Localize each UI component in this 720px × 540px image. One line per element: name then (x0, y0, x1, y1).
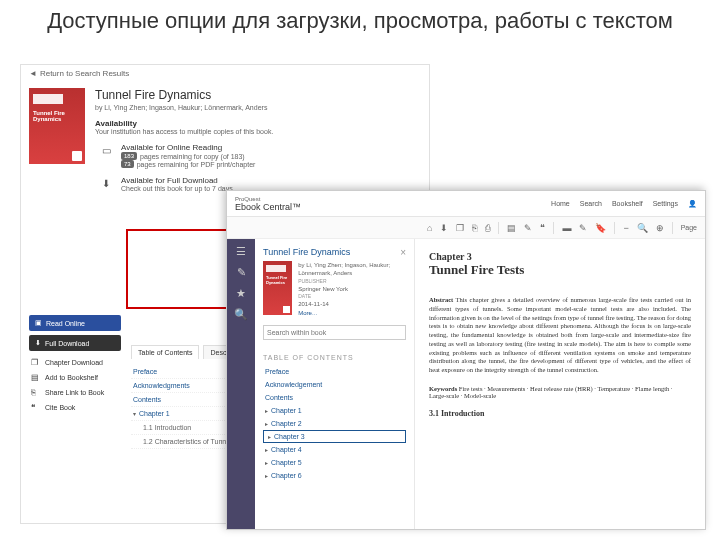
search-within-input[interactable] (263, 325, 406, 340)
add-bookshelf-link[interactable]: ▤Add to Bookshelf (29, 370, 121, 385)
zoom-fit-icon[interactable]: ⊕ (656, 223, 664, 233)
chevron-right-icon: ▸ (265, 473, 268, 479)
search-icon[interactable]: 🔍 (234, 308, 248, 321)
home-icon[interactable]: ⌂ (427, 223, 432, 233)
read-online-button[interactable]: ▣Read Online (29, 315, 121, 331)
copy-badge: 183 (121, 152, 137, 160)
chevron-right-icon: ▸ (265, 408, 268, 414)
nav-settings[interactable]: Settings (653, 200, 678, 208)
panel-toc-ch4[interactable]: ▸Chapter 4 (263, 443, 406, 456)
share-link[interactable]: ⎘Share Link to Book (29, 385, 121, 400)
zoom-in-icon[interactable]: 🔍 (637, 223, 648, 233)
book-cover: Tunnel Fire Dynamics (29, 88, 85, 164)
reader-page: Chapter 3 Tunnel Fire Tests Abstract Thi… (415, 239, 705, 529)
panel-toc-ch6[interactable]: ▸Chapter 6 (263, 469, 406, 482)
share-icon[interactable]: ✎ (524, 223, 532, 233)
cite-icon: ❝ (31, 403, 41, 412)
availability-sub: Your institution has access to multiple … (95, 128, 421, 135)
print-icon[interactable]: ⎙ (485, 223, 490, 233)
reader-left-panel: × Tunnel Fire Dynamics Tunnel FireDynami… (255, 239, 415, 529)
slide-title: Доступные опции для загрузки, просмотра,… (0, 0, 720, 38)
folder-icon: ▤ (31, 373, 41, 382)
chapter-title: Tunnel Fire Tests (429, 262, 691, 278)
bookmark-icon[interactable]: 🔖 (595, 223, 606, 233)
panel-toc-ch3[interactable]: ▸Chapter 3 (263, 430, 406, 443)
chapter-number: Chapter 3 (429, 251, 691, 262)
avail-online-title: Available for Online Reading (121, 143, 255, 152)
print-badge: 73 (121, 160, 134, 168)
reader-window: ProQuest Ebook Central™ Home Search Book… (226, 190, 706, 530)
close-icon[interactable]: × (400, 247, 406, 258)
bookmarks-icon[interactable]: ★ (236, 287, 246, 300)
keywords: Keywords Fire tests · Measurements · Hea… (429, 385, 691, 399)
panel-toc-ch1[interactable]: ▸Chapter 1 (263, 404, 406, 417)
download-icon: ⬇ (99, 176, 113, 190)
chevron-down-icon: ▾ (133, 411, 136, 417)
availability-heading: Availability (95, 119, 421, 128)
zoom-out-icon[interactable]: − (623, 223, 628, 233)
page-label: Page (681, 224, 697, 231)
book-authors: by Li, Ying Zhen; Ingason, Haukur; Lönne… (95, 104, 421, 111)
panel-toc-ch5[interactable]: ▸Chapter 5 (263, 456, 406, 469)
copy-icon[interactable]: ⎘ (472, 223, 477, 233)
full-download-button[interactable]: ⬇Full Download (29, 335, 121, 351)
chevron-right-icon: ▸ (265, 460, 268, 466)
panel-toc-ch2[interactable]: ▸Chapter 2 (263, 417, 406, 430)
reader-toolbar: ⌂ ⬇ ❐ ⎘ ⎙ ▤ ✎ ❝ ▬ ✎ 🔖 − 🔍 ⊕ Page (227, 217, 705, 239)
panel-toc-preface[interactable]: Preface (263, 365, 406, 378)
abstract: Abstract This chapter gives a detailed o… (429, 296, 691, 375)
nav-search[interactable]: Search (580, 200, 602, 208)
panel-book-title[interactable]: Tunnel Fire Dynamics (263, 247, 406, 257)
panel-cover: Tunnel FireDynamics (263, 261, 292, 315)
avail-download-title: Available for Full Download (121, 176, 233, 185)
chapter-download-link[interactable]: ❐Chapter Download (29, 355, 121, 370)
chevron-right-icon: ▸ (268, 434, 271, 440)
cite-icon[interactable]: ❝ (540, 223, 545, 233)
return-link[interactable]: ◄Return to Search Results (21, 65, 429, 82)
panel-toc-contents[interactable]: Contents (263, 391, 406, 404)
download-icon[interactable]: ⬇ (440, 223, 448, 233)
note-icon[interactable]: ✎ (579, 223, 587, 233)
nav-home[interactable]: Home (551, 200, 570, 208)
pdf-icon: ❐ (31, 358, 41, 367)
tab-toc[interactable]: Table of Contents (131, 345, 199, 359)
reader-header: ProQuest Ebook Central™ Home Search Book… (227, 191, 705, 217)
panel-meta: by Li, Ying Zhen; Ingason, Haukur; Lönne… (298, 261, 406, 317)
book-title: Tunnel Fire Dynamics (95, 88, 421, 102)
brand: ProQuest Ebook Central™ (235, 196, 301, 212)
more-link[interactable]: More… (298, 309, 406, 317)
book-icon: ▣ (35, 319, 42, 327)
book-open-icon: ▭ (99, 143, 113, 157)
share-icon: ⎘ (31, 388, 41, 397)
section-heading: 3.1 Introduction (429, 409, 691, 418)
arrow-left-icon: ◄ (29, 69, 37, 78)
bookshelf-icon[interactable]: ▤ (507, 223, 516, 233)
panel-toc-ack[interactable]: Acknowledgement (263, 378, 406, 391)
reader-sidebar-strip: ☰ ✎ ★ 🔍 (227, 239, 255, 529)
nav-bookshelf[interactable]: Bookshelf (612, 200, 643, 208)
nav-user-icon[interactable]: 👤 (688, 200, 697, 208)
highlight-icon[interactable]: ▬ (562, 223, 571, 233)
download-icon: ⬇ (35, 339, 41, 347)
notes-icon[interactable]: ✎ (237, 266, 246, 279)
cite-link[interactable]: ❝Cite Book (29, 400, 121, 415)
chevron-right-icon: ▸ (265, 447, 268, 453)
chevron-right-icon: ▸ (265, 421, 268, 427)
toc-icon[interactable]: ☰ (236, 245, 246, 258)
chapter-icon[interactable]: ❐ (456, 223, 464, 233)
toc-heading: TABLE OF CONTENTS (263, 354, 406, 361)
